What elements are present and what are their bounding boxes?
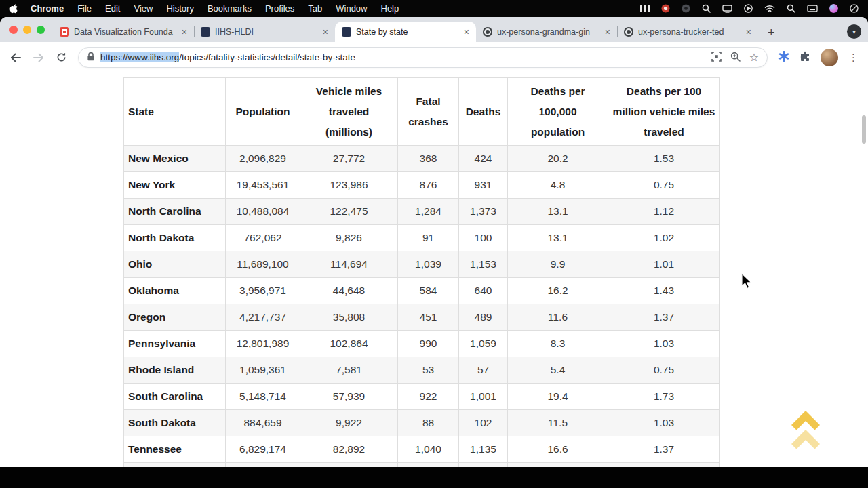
menu-item-window[interactable]: Window bbox=[336, 3, 367, 14]
value-cell: 11.6 bbox=[508, 304, 608, 331]
value-cell: 1.37 bbox=[608, 436, 720, 463]
column-header: Deaths per 100 million vehicle miles tra… bbox=[608, 78, 720, 146]
value-cell: 990 bbox=[398, 331, 459, 357]
play-icon[interactable] bbox=[744, 3, 753, 14]
table-row: South Dakota884,6599,9228810211.51.03 bbox=[124, 410, 720, 436]
address-bar[interactable]: https://www.iihs.org/topics/fatality-sta… bbox=[78, 47, 768, 68]
state-cell: North Carolina bbox=[124, 199, 226, 225]
value-cell: 9,826 bbox=[300, 225, 398, 251]
value-cell: 931 bbox=[459, 172, 508, 199]
value-cell: 1,284 bbox=[398, 199, 459, 225]
value-cell: 16.2 bbox=[508, 278, 608, 304]
value-cell: 114,694 bbox=[300, 251, 398, 278]
zoom-window-button[interactable] bbox=[37, 26, 45, 34]
tab-close-icon[interactable]: × bbox=[321, 26, 330, 37]
value-cell: 1.03 bbox=[608, 410, 720, 436]
browser-tab-3[interactable]: State by state× bbox=[335, 22, 476, 42]
value-cell: 44,648 bbox=[300, 278, 398, 304]
menu-item-help[interactable]: Help bbox=[381, 3, 399, 14]
tab-strip: Data Visualization Founda×IIHS-HLDI×Stat… bbox=[0, 17, 868, 42]
value-cell: 122,475 bbox=[300, 199, 398, 225]
value-cell: 7,581 bbox=[300, 357, 398, 384]
value-cell: 3,956,971 bbox=[226, 278, 300, 304]
state-cell: New Mexico bbox=[124, 146, 226, 172]
do-not-disturb-icon[interactable] bbox=[850, 3, 859, 14]
qr-code-icon[interactable] bbox=[711, 52, 722, 64]
forward-button[interactable] bbox=[33, 52, 45, 63]
tab-close-icon[interactable]: × bbox=[180, 26, 189, 37]
bookmark-star-icon[interactable]: ☆ bbox=[749, 52, 759, 63]
value-cell: 1,059 bbox=[459, 331, 508, 357]
state-cell: North Dakota bbox=[124, 225, 226, 251]
menubar-status-icons bbox=[640, 3, 859, 14]
wifi-icon[interactable] bbox=[764, 3, 775, 14]
tab-favicon-icon bbox=[342, 27, 351, 37]
menu-item-profiles[interactable]: Profiles bbox=[265, 3, 294, 14]
keyboard-icon[interactable] bbox=[807, 3, 818, 14]
browser-tab-1[interactable]: Data Visualization Founda× bbox=[53, 22, 194, 42]
value-cell: 1,040 bbox=[398, 436, 459, 463]
value-cell: 368 bbox=[398, 146, 459, 172]
table-row: Oklahoma3,956,97144,64858464016.21.43 bbox=[124, 278, 720, 304]
tab-close-icon[interactable]: × bbox=[745, 26, 753, 37]
menu-item-file[interactable]: File bbox=[77, 3, 92, 14]
browser-tab-4[interactable]: ux-persona-grandma-gin× bbox=[476, 22, 617, 42]
state-cell: Pennsylvania bbox=[124, 331, 226, 357]
value-cell: 876 bbox=[398, 172, 459, 199]
spotlight-icon[interactable] bbox=[787, 3, 795, 14]
profile-avatar[interactable] bbox=[821, 49, 838, 66]
reload-button[interactable] bbox=[56, 52, 67, 63]
value-cell: 11,689,100 bbox=[226, 251, 300, 278]
back-button[interactable] bbox=[9, 52, 22, 63]
state-cell: Rhode Island bbox=[124, 357, 226, 384]
window-manager-icon[interactable] bbox=[640, 3, 650, 14]
tab-search-button[interactable]: ▾ bbox=[847, 24, 861, 39]
table-body: New Mexico2,096,82927,77236842420.21.53N… bbox=[124, 146, 720, 468]
tab-close-icon[interactable]: × bbox=[604, 26, 612, 37]
value-cell: 57,939 bbox=[300, 384, 398, 410]
minimize-window-button[interactable] bbox=[23, 26, 31, 34]
value-cell: 424 bbox=[459, 146, 508, 172]
camera-icon[interactable] bbox=[682, 3, 690, 14]
column-header: Vehicle miles traveled (millions) bbox=[300, 78, 398, 146]
screen: Chrome FileEditViewHistoryBookmarksProfi… bbox=[0, 0, 868, 488]
search-icon[interactable] bbox=[702, 3, 711, 14]
menu-item-tab[interactable]: Tab bbox=[308, 3, 322, 14]
active-app-name[interactable]: Chrome bbox=[31, 3, 64, 14]
padlock-icon[interactable] bbox=[87, 52, 95, 64]
column-header: State bbox=[124, 78, 226, 146]
value-cell: 11.5 bbox=[508, 410, 608, 436]
menu-item-history[interactable]: History bbox=[166, 3, 193, 14]
value-cell: 57 bbox=[459, 357, 508, 384]
apple-logo-icon[interactable] bbox=[9, 3, 18, 14]
url-text[interactable]: https://www.iihs.org/topics/fatality-sta… bbox=[100, 52, 706, 62]
screen-record-icon[interactable] bbox=[661, 3, 670, 14]
browser-menu-icon[interactable]: ⋮ bbox=[848, 52, 859, 64]
table-row: Tennessee6,829,17482,8921,0401,13516.61.… bbox=[124, 436, 720, 463]
menu-item-view[interactable]: View bbox=[134, 3, 153, 14]
browser-tab-5[interactable]: ux-persona-trucker-ted× bbox=[617, 22, 758, 42]
state-cell: New York bbox=[124, 172, 226, 199]
extension-asterisk-icon[interactable] bbox=[778, 51, 789, 64]
close-window-button[interactable] bbox=[9, 26, 18, 34]
value-cell: 762,062 bbox=[226, 225, 300, 251]
zoom-icon[interactable] bbox=[730, 52, 741, 64]
page-scrollbar-thumb[interactable] bbox=[862, 115, 866, 144]
state-cell: Oregon bbox=[124, 304, 226, 331]
value-cell: 123,986 bbox=[300, 172, 398, 199]
value-cell: 5,148,714 bbox=[226, 384, 300, 410]
screen-mirroring-icon[interactable] bbox=[722, 3, 732, 14]
scroll-to-top-button[interactable] bbox=[788, 405, 823, 449]
tab-close-icon[interactable]: × bbox=[462, 26, 471, 37]
menu-item-edit[interactable]: Edit bbox=[105, 3, 120, 14]
siri-icon[interactable] bbox=[829, 3, 838, 14]
value-cell: 584 bbox=[398, 278, 459, 304]
value-cell: 489 bbox=[459, 304, 508, 331]
value-cell: 1.53 bbox=[608, 146, 720, 172]
new-tab-button[interactable]: + bbox=[768, 26, 775, 39]
value-cell: 1,059,361 bbox=[226, 357, 300, 384]
browser-tab-2[interactable]: IIHS-HLDI× bbox=[194, 22, 335, 42]
menu-item-bookmarks[interactable]: Bookmarks bbox=[208, 3, 252, 14]
value-cell: 12,801,989 bbox=[226, 331, 300, 357]
extension-puzzle-icon[interactable] bbox=[800, 51, 810, 64]
